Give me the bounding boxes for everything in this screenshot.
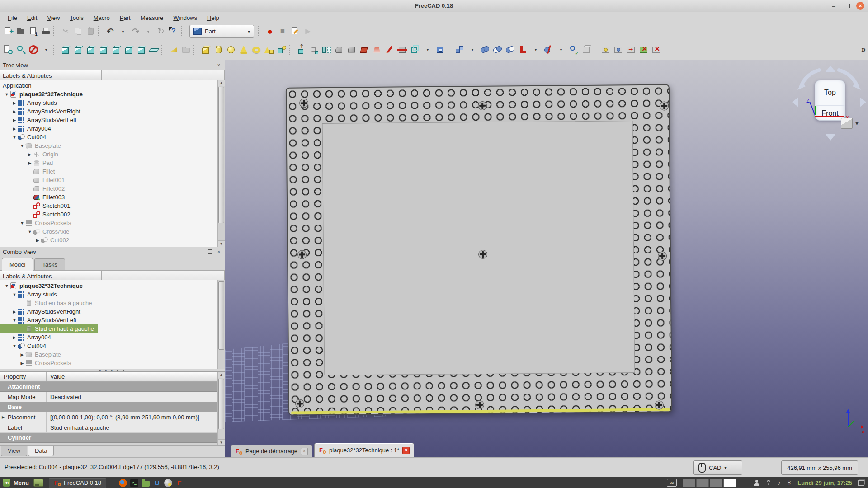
expand-arrow[interactable]: ▶ bbox=[19, 352, 25, 357]
combo-tree-scrollbar[interactable] bbox=[217, 280, 225, 369]
navcube-body[interactable]: Top Front bbox=[815, 80, 845, 121]
labels-attributes-header[interactable]: Labels & Attributes bbox=[0, 271, 102, 281]
scrollbar-thumb[interactable] bbox=[218, 281, 224, 350]
baseplate-model[interactable] bbox=[286, 84, 672, 415]
shape-element-copy-button[interactable] bbox=[625, 43, 637, 56]
navcube-face-top[interactable]: Top bbox=[815, 80, 845, 106]
menu-measure[interactable]: Measure bbox=[136, 13, 169, 23]
menu-edit[interactable]: Edit bbox=[22, 13, 42, 23]
display-icon[interactable]: 22 bbox=[667, 479, 677, 487]
property-column-header[interactable]: Property bbox=[0, 372, 47, 381]
tree-view-titlebar[interactable]: Tree view × bbox=[0, 60, 225, 70]
property-row-placement[interactable]: ▶Placement[(0,00 0,00 1,00); 0,00 °; (3,… bbox=[0, 412, 218, 422]
sweep-button[interactable] bbox=[383, 43, 396, 56]
tree-item-array-studs[interactable]: ▶Array studs bbox=[0, 99, 61, 107]
primitive-cone-button[interactable] bbox=[237, 43, 250, 56]
undo-options-button[interactable]: ▾ bbox=[117, 25, 129, 38]
redo-options-button[interactable]: ▾ bbox=[142, 25, 155, 38]
mdi-tab-page-de-d-marrage[interactable]: Page de démarrage× bbox=[231, 445, 312, 457]
redo-button[interactable]: ↷ bbox=[129, 25, 142, 38]
offset-options-button[interactable]: ▾ bbox=[421, 43, 434, 56]
fillet-button[interactable] bbox=[333, 43, 345, 56]
tree-item-plaque32-32technique[interactable]: ▼plaque32*32Technique bbox=[0, 90, 86, 99]
tree-item-crosspockets[interactable]: ▶CrossPockets bbox=[0, 359, 75, 367]
expand-arrow[interactable]: ▼ bbox=[27, 230, 33, 234]
tree-item-cut004[interactable]: ▼Cut004 bbox=[0, 133, 50, 141]
mirror-button[interactable] bbox=[320, 43, 333, 56]
tree-item-sketch001[interactable]: Sketch001 bbox=[0, 202, 74, 210]
freecad-launcher[interactable] bbox=[175, 479, 184, 487]
revolve-button[interactable] bbox=[307, 43, 320, 56]
tree-item-plaque32-32technique[interactable]: ▼plaque32*32Technique bbox=[0, 282, 86, 290]
tree-item-array004[interactable]: ▶Array004 bbox=[0, 333, 55, 342]
show-desktop-corner-icon[interactable] bbox=[858, 480, 864, 486]
primitive-cube-button[interactable] bbox=[199, 43, 212, 56]
labels-attributes-header[interactable]: Labels & Attributes bbox=[0, 70, 102, 80]
close-panel-button[interactable]: × bbox=[216, 62, 222, 68]
remove-feature-button[interactable] bbox=[650, 43, 663, 56]
expand-arrow[interactable]: ▶ bbox=[27, 161, 33, 165]
scroll-up-icon[interactable]: ▲ bbox=[218, 80, 225, 86]
navcube-arrow-right[interactable] bbox=[860, 97, 866, 107]
tree-item-cut004[interactable]: ▼Cut004 bbox=[0, 342, 50, 350]
titlebar[interactable]: FreeCAD 0.18 – × bbox=[0, 0, 868, 13]
expander-icon[interactable]: ▶ bbox=[2, 415, 5, 419]
view-left-button[interactable] bbox=[135, 43, 148, 56]
firefox-launcher[interactable] bbox=[119, 479, 127, 487]
expand-arrow[interactable]: ▼ bbox=[11, 292, 18, 297]
menu-macro[interactable]: Macro bbox=[89, 13, 115, 23]
primitive-sphere-button[interactable] bbox=[225, 43, 237, 56]
macro-edit-button[interactable] bbox=[289, 25, 302, 38]
show-desktop-button[interactable] bbox=[33, 479, 43, 487]
measure-distance-button[interactable] bbox=[148, 43, 160, 56]
menu-view[interactable]: View bbox=[42, 13, 65, 23]
uget-launcher[interactable]: U bbox=[153, 479, 161, 487]
tree-item-sketch002[interactable]: Sketch002 bbox=[0, 210, 74, 219]
tree-item-fillet[interactable]: Fillet bbox=[0, 167, 58, 176]
terminal-launcher[interactable]: >_ bbox=[130, 479, 138, 487]
navcube-arrow-down[interactable] bbox=[826, 134, 835, 141]
3d-viewport[interactable]: Top Front Z x ▼ x Page de démarrage×plaq… bbox=[225, 60, 868, 457]
menu-file[interactable]: File bbox=[3, 13, 22, 23]
property-value[interactable]: [(0,00 0,00 1,00); 0,00 °; (3,90 mm 251,… bbox=[47, 412, 218, 422]
defeaturing-button[interactable] bbox=[580, 43, 593, 56]
menu-part[interactable]: Part bbox=[115, 13, 136, 23]
tree-item-stud-en-bas-gauche[interactable]: Stud en bas à gauche bbox=[0, 299, 96, 307]
clock[interactable]: Lundi 29 juin, 17:25 bbox=[797, 479, 852, 486]
view-right-button[interactable] bbox=[97, 43, 110, 56]
wifi-icon[interactable] bbox=[765, 480, 772, 486]
expand-arrow[interactable]: ▶ bbox=[27, 152, 33, 157]
tray-overflow-icon[interactable]: ⋯ bbox=[742, 479, 748, 486]
scrollbar-thumb[interactable] bbox=[218, 87, 224, 223]
expand-arrow[interactable]: ▶ bbox=[11, 101, 18, 105]
menu-tools[interactable]: Tools bbox=[65, 13, 88, 23]
navigation-cube[interactable]: Top Front Z x ▼ bbox=[791, 63, 867, 143]
create-part-button[interactable] bbox=[167, 43, 180, 56]
navcube-mini-cube[interactable] bbox=[841, 118, 853, 129]
tree-item-fillet001[interactable]: Fillet001 bbox=[0, 176, 68, 184]
tree-item-array-studs[interactable]: ▼Array studs bbox=[0, 290, 61, 299]
close-tab-icon[interactable]: × bbox=[301, 448, 308, 455]
tree-item-crossaxle[interactable]: ▼CrossAxle bbox=[0, 227, 73, 236]
expand-arrow[interactable]: ▶ bbox=[11, 118, 18, 122]
expand-arrow[interactable]: ▶ bbox=[11, 310, 18, 314]
print-button[interactable] bbox=[40, 25, 52, 38]
save-document-button[interactable] bbox=[27, 25, 40, 38]
maximize-button[interactable] bbox=[843, 1, 852, 10]
shape-builder-button[interactable] bbox=[275, 43, 288, 56]
draw-style-button[interactable] bbox=[27, 43, 40, 56]
open-document-button[interactable] bbox=[14, 25, 27, 38]
tree-item-baseplate[interactable]: ▶Baseplate bbox=[0, 350, 65, 359]
navcube-arrow-up[interactable] bbox=[826, 66, 835, 72]
menu-button[interactable]: Menu bbox=[14, 479, 29, 486]
expand-arrow[interactable]: ▼ bbox=[19, 221, 25, 225]
menu-help[interactable]: Help bbox=[202, 13, 224, 23]
expand-arrow[interactable]: ▼ bbox=[11, 344, 18, 348]
tree-item-arraystudsvertright[interactable]: ▶ArrayStudsVertRight bbox=[0, 107, 84, 116]
workspace-4[interactable] bbox=[723, 479, 736, 487]
expand-arrow[interactable]: ▶ bbox=[11, 109, 18, 114]
expand-arrow[interactable]: ▶ bbox=[11, 127, 18, 131]
copy-button[interactable] bbox=[72, 25, 85, 38]
tree-item-baseplate[interactable]: ▼Baseplate bbox=[0, 141, 65, 150]
draw-style-options-button[interactable]: ▾ bbox=[40, 43, 52, 56]
